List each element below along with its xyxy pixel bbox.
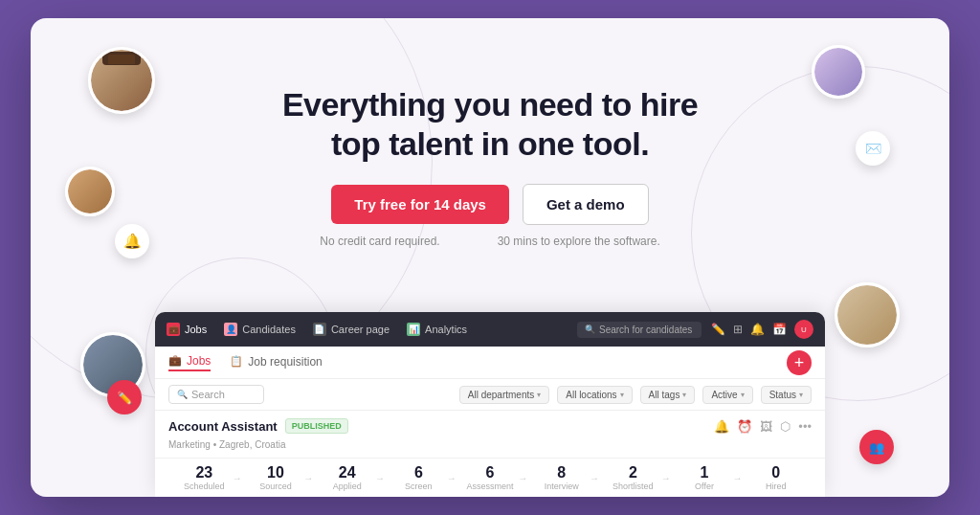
job-header: Account Assistant PUBLISHED 🔔 ⏰ 🖼 ⬡ ••• bbox=[168, 418, 812, 434]
grid-action-icon[interactable]: ⊞ bbox=[733, 323, 743, 336]
avatar-right-side bbox=[835, 282, 900, 347]
hero-title: Everything you need to hire top talent i… bbox=[282, 85, 698, 164]
nav-jobs-label: Jobs bbox=[185, 324, 207, 335]
filter-search[interactable]: 🔍 Search bbox=[168, 385, 264, 404]
analytics-nav-icon: 📊 bbox=[407, 323, 420, 336]
nav-analytics-label: Analytics bbox=[425, 324, 467, 335]
nav-actions: ✏️ ⊞ 🔔 📅 U bbox=[711, 320, 813, 339]
edit-icon: ✏️ bbox=[107, 380, 142, 414]
candidates-nav-icon: 👤 bbox=[224, 323, 237, 336]
nav-candidates-label: Candidates bbox=[242, 324, 296, 335]
job-bell-icon[interactable]: 🔔 bbox=[714, 419, 729, 434]
bell-action-icon[interactable]: 🔔 bbox=[750, 323, 765, 336]
filter-status-label: Status bbox=[769, 390, 796, 400]
stats-row: 23 Scheduled 10 Sourced 24 Applied 6 Scr… bbox=[155, 459, 825, 497]
stat-sourced: 10 Sourced bbox=[240, 464, 312, 491]
stat-shortlisted-num: 2 bbox=[629, 464, 637, 481]
filter-status-active[interactable]: Active ▾ bbox=[702, 386, 752, 404]
stat-assessment-num: 6 bbox=[486, 464, 495, 481]
stat-offer: 1 Offer bbox=[669, 464, 741, 491]
filter-active-label: Active bbox=[711, 390, 737, 400]
requisition-icon: 📋 bbox=[230, 355, 243, 368]
app-subnav: 💼 Jobs 📋 Job requisition + bbox=[155, 347, 825, 379]
filters-row: 🔍 Search All departments ▾ All locations… bbox=[155, 379, 825, 411]
nav-item-candidates[interactable]: 👤 Candidates bbox=[224, 323, 296, 336]
subnav-requisition[interactable]: 📋 Job requisition bbox=[230, 355, 322, 370]
chevron-down-icon: ▾ bbox=[620, 391, 624, 399]
get-demo-button[interactable]: Get a demo bbox=[523, 184, 649, 225]
chevron-down-icon: ▾ bbox=[741, 391, 745, 399]
job-actions: 🔔 ⏰ 🖼 ⬡ ••• bbox=[714, 419, 812, 434]
stat-assessment: 6 Assessment bbox=[455, 464, 526, 491]
stat-offer-num: 1 bbox=[701, 464, 709, 481]
stat-screen-num: 6 bbox=[414, 464, 423, 481]
job-row: Account Assistant PUBLISHED 🔔 ⏰ 🖼 ⬡ ••• … bbox=[155, 411, 825, 459]
stat-applied-num: 24 bbox=[339, 464, 356, 481]
stat-screen-label: Screen bbox=[405, 481, 433, 491]
job-meta: Marketing • Zagreb, Croatia bbox=[168, 439, 812, 450]
stat-scheduled: 23 Scheduled bbox=[168, 464, 240, 491]
stat-screen: 6 Screen bbox=[383, 464, 455, 491]
job-image-icon[interactable]: 🖼 bbox=[760, 419, 772, 434]
nav-search: 🔍 Search for candidates ✏️ ⊞ 🔔 📅 U bbox=[577, 320, 813, 339]
stat-sourced-label: Sourced bbox=[259, 481, 292, 491]
filter-departments[interactable]: All departments ▾ bbox=[459, 386, 549, 404]
subnav-jobs[interactable]: 💼 Jobs bbox=[168, 354, 211, 371]
stat-sourced-num: 10 bbox=[267, 464, 284, 481]
job-title: Account Assistant bbox=[168, 419, 278, 434]
stat-scheduled-num: 23 bbox=[195, 464, 212, 481]
career-nav-icon: 📄 bbox=[313, 323, 326, 336]
hero-section: Everything you need to hire top talent i… bbox=[31, 18, 949, 286]
stat-scheduled-label: Scheduled bbox=[184, 481, 225, 491]
app-nav: 💼 Jobs 👤 Candidates 📄 Career page 📊 Anal… bbox=[155, 312, 825, 347]
filter-tags[interactable]: All tags ▾ bbox=[640, 386, 696, 404]
main-card: 🔔 ✏️ ✉️ 👥 Everything you need to hire to… bbox=[31, 18, 949, 497]
search-placeholder: Search for candidates bbox=[599, 325, 692, 335]
subnav-requisition-label: Job requisition bbox=[248, 355, 322, 369]
filter-status[interactable]: Status ▾ bbox=[761, 386, 812, 404]
nav-career-label: Career page bbox=[331, 324, 390, 335]
published-badge: PUBLISHED bbox=[285, 418, 348, 434]
sub-labels: No credit card required. 30 mins to expl… bbox=[320, 235, 659, 248]
job-share-icon[interactable]: ⬡ bbox=[780, 419, 791, 434]
stat-interview-num: 8 bbox=[557, 464, 566, 481]
jobs-subnav-icon: 💼 bbox=[168, 354, 182, 367]
filter-locations-label: All locations bbox=[566, 390, 616, 400]
nav-search-box[interactable]: 🔍 Search for candidates bbox=[577, 322, 702, 338]
calendar-action-icon[interactable]: 📅 bbox=[772, 323, 787, 336]
stat-shortlisted: 2 Shortlisted bbox=[597, 464, 669, 491]
job-clock-icon[interactable]: ⏰ bbox=[737, 419, 752, 434]
stat-applied: 24 Applied bbox=[311, 464, 383, 491]
job-more-icon[interactable]: ••• bbox=[798, 419, 812, 434]
nav-item-jobs[interactable]: 💼 Jobs bbox=[167, 323, 207, 336]
group-icon: 👥 bbox=[859, 430, 894, 464]
app-panel: 💼 Jobs 👤 Candidates 📄 Career page 📊 Anal… bbox=[155, 312, 825, 497]
stat-offer-label: Offer bbox=[695, 481, 714, 491]
stat-shortlisted-label: Shortlisted bbox=[612, 481, 654, 491]
stat-hired: 0 Hired bbox=[740, 464, 812, 491]
stat-interview: 8 Interview bbox=[525, 464, 597, 491]
chevron-down-icon: ▾ bbox=[682, 391, 686, 399]
stat-hired-label: Hired bbox=[766, 481, 787, 491]
user-avatar[interactable]: U bbox=[794, 320, 813, 339]
search-icon: 🔍 bbox=[585, 325, 595, 334]
stat-assessment-label: Assessment bbox=[467, 481, 514, 491]
add-job-button[interactable]: + bbox=[787, 350, 812, 375]
chevron-down-icon: ▾ bbox=[537, 391, 541, 399]
filter-tags-label: All tags bbox=[649, 390, 680, 400]
stat-applied-label: Applied bbox=[333, 481, 362, 491]
cta-row: Try free for 14 days Get a demo bbox=[331, 184, 648, 225]
filter-departments-label: All departments bbox=[468, 390, 534, 400]
filter-search-placeholder: Search bbox=[191, 389, 225, 400]
try-free-button[interactable]: Try free for 14 days bbox=[331, 185, 509, 224]
edit-action-icon[interactable]: ✏️ bbox=[711, 323, 725, 336]
subnav-jobs-label: Jobs bbox=[187, 354, 211, 368]
filter-search-icon: 🔍 bbox=[177, 390, 188, 399]
nav-item-career[interactable]: 📄 Career page bbox=[313, 323, 390, 336]
sublabel-right: 30 mins to explore the software. bbox=[498, 235, 660, 248]
chevron-down-icon: ▾ bbox=[799, 391, 803, 399]
filter-locations[interactable]: All locations ▾ bbox=[557, 386, 632, 404]
sublabel-left: No credit card required. bbox=[320, 235, 439, 248]
stat-interview-label: Interview bbox=[545, 481, 579, 491]
nav-item-analytics[interactable]: 📊 Analytics bbox=[407, 323, 467, 336]
